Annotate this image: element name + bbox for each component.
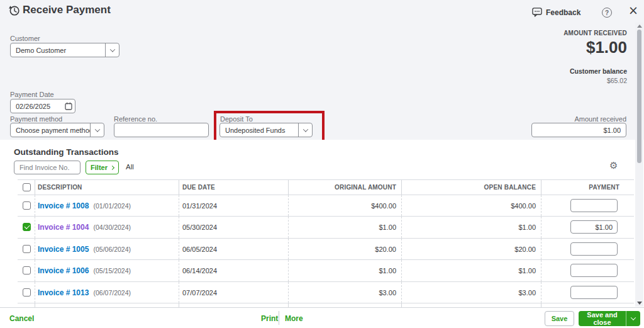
payment-input[interactable] xyxy=(570,242,618,256)
save-button[interactable]: Save xyxy=(545,311,574,326)
customer-select[interactable]: Demo Customer xyxy=(10,43,119,57)
original-amount-cell: $400.00 xyxy=(288,202,396,210)
column-header-open-balance: OPEN BALANCE xyxy=(401,184,536,191)
history-clock-icon xyxy=(8,4,20,16)
table-row: Invoice # 1004 (04/30/2024) 05/30/2024 $… xyxy=(18,217,634,238)
column-header-description: DESCRIPTION xyxy=(38,184,82,191)
deposit-to-value: Undeposited Funds xyxy=(220,127,298,134)
column-header-due-date: DUE DATE xyxy=(182,184,215,191)
cancel-button[interactable]: Cancel xyxy=(9,314,34,323)
chevron-down-icon xyxy=(631,315,636,320)
invoice-date: (04/30/2024) xyxy=(93,223,131,231)
payment-method-select[interactable]: Choose payment method xyxy=(10,123,104,137)
close-icon[interactable]: × xyxy=(628,3,638,17)
footer-divider xyxy=(279,311,279,325)
more-button[interactable]: More xyxy=(285,314,303,323)
save-options-dropdown[interactable] xyxy=(626,311,640,326)
deposit-to-select[interactable]: Undeposited Funds xyxy=(219,123,313,137)
open-balance-cell: $1.00 xyxy=(401,223,536,231)
open-balance-cell: $1.00 xyxy=(401,267,536,274)
original-amount-cell: $1.00 xyxy=(288,223,396,231)
payment-method-value: Choose payment method xyxy=(11,127,90,134)
customer-select-value: Demo Customer xyxy=(11,47,105,54)
customer-balance-value: $65.02 xyxy=(564,77,627,84)
calendar-icon[interactable] xyxy=(65,102,72,110)
due-date-cell: 07/07/2024 xyxy=(182,289,217,297)
payment-input[interactable] xyxy=(570,286,618,299)
section-title: Outstanding Transactions xyxy=(14,147,119,157)
chevron-down-icon xyxy=(90,123,104,137)
filter-scope-label: All xyxy=(126,163,134,171)
payment-input[interactable] xyxy=(570,264,618,277)
save-and-close-label: Save and close xyxy=(579,311,626,326)
reference-input[interactable] xyxy=(114,123,209,137)
table-row: Invoice # 1013 (06/07/2024) 07/07/2024 $… xyxy=(18,282,634,303)
filter-button[interactable]: Filter xyxy=(86,161,119,174)
open-balance-cell: $3.00 xyxy=(401,289,536,297)
original-amount-cell: $20.00 xyxy=(288,246,396,253)
scroll-up-arrow-icon[interactable] xyxy=(637,25,642,28)
page-title: Receive Payment xyxy=(23,4,111,16)
invoice-link[interactable]: Invoice # 1008 xyxy=(38,201,89,210)
amount-received-total: $1.00 xyxy=(564,38,627,57)
scrollbar-thumb[interactable] xyxy=(637,30,641,163)
table-body: Invoice # 1008 (01/01/2024) 01/31/2024 $… xyxy=(18,195,634,303)
select-all-checkbox[interactable] xyxy=(23,183,31,191)
description-cell: Invoice # 1006 (05/15/2024) xyxy=(38,266,131,275)
footer-bar: Cancel Print More Save Save and close xyxy=(0,307,644,328)
table-row: Invoice # 1005 (05/06/2024) 06/05/2024 $… xyxy=(18,239,634,260)
row-checkbox[interactable] xyxy=(23,201,31,210)
column-header-payment: PAYMENT xyxy=(541,184,619,191)
row-checkbox[interactable] xyxy=(23,266,31,274)
deposit-to-label: Deposit To xyxy=(220,115,253,123)
row-checkbox[interactable] xyxy=(23,245,31,253)
scroll-down-arrow-icon[interactable] xyxy=(637,302,642,305)
invoice-date: (01/01/2024) xyxy=(93,202,131,210)
description-cell: Invoice # 1004 (04/30/2024) xyxy=(38,223,131,232)
row-checkbox[interactable] xyxy=(23,288,31,297)
due-date-cell: 06/14/2024 xyxy=(182,267,217,274)
feedback-button[interactable]: Feedback xyxy=(532,8,580,17)
chevron-down-icon xyxy=(298,123,312,137)
payment-input[interactable] xyxy=(570,220,618,234)
amount-received-label: Amount received xyxy=(574,115,626,123)
find-invoice-input[interactable] xyxy=(14,161,80,174)
invoice-date: (06/07/2024) xyxy=(93,289,131,297)
original-amount-cell: $3.00 xyxy=(288,289,396,297)
payment-input[interactable] xyxy=(570,199,618,212)
row-checkbox[interactable] xyxy=(23,223,31,231)
table-row: Invoice # 1006 (05/15/2024) 06/14/2024 $… xyxy=(18,260,634,281)
customer-label: Customer xyxy=(10,35,40,42)
description-cell: Invoice # 1005 (05/06/2024) xyxy=(38,245,131,254)
due-date-cell: 01/31/2024 xyxy=(182,202,217,210)
vertical-scrollbar[interactable] xyxy=(635,23,643,307)
chevron-down-icon xyxy=(105,43,119,57)
amount-received-input[interactable] xyxy=(531,123,626,137)
speech-bubble-icon xyxy=(532,8,542,17)
invoice-link[interactable]: Invoice # 1004 xyxy=(38,223,89,232)
save-and-close-button[interactable]: Save and close xyxy=(579,311,640,326)
description-cell: Invoice # 1008 (01/01/2024) xyxy=(38,201,131,210)
payment-date-label: Payment Date xyxy=(10,91,54,98)
table-row: Invoice # 1008 (01/01/2024) 01/31/2024 $… xyxy=(18,195,634,217)
invoice-link[interactable]: Invoice # 1005 xyxy=(38,245,89,254)
receive-payment-panel: Receive Payment Feedback ? × Customer De… xyxy=(0,0,644,140)
payment-summary: AMOUNT RECEIVED $1.00 Customer balance $… xyxy=(564,30,627,84)
customer-balance-label: Customer balance xyxy=(564,67,627,75)
column-header-original-amount: ORIGINAL AMOUNT xyxy=(288,184,396,191)
help-icon[interactable]: ? xyxy=(602,8,612,18)
filter-button-label: Filter xyxy=(91,164,108,171)
invoice-link[interactable]: Invoice # 1006 xyxy=(38,266,89,275)
table-header: DESCRIPTION DUE DATE ORIGINAL AMOUNT OPE… xyxy=(18,179,634,195)
feedback-label: Feedback xyxy=(546,8,580,17)
outstanding-transactions-section: Outstanding Transactions Filter All ⚙ DE… xyxy=(0,140,644,307)
gear-icon[interactable]: ⚙ xyxy=(609,160,618,171)
invoice-link[interactable]: Invoice # 1013 xyxy=(38,288,89,297)
transactions-table: DESCRIPTION DUE DATE ORIGINAL AMOUNT OPE… xyxy=(18,179,634,307)
print-button[interactable]: Print xyxy=(261,314,278,323)
due-date-cell: 05/30/2024 xyxy=(182,223,217,231)
invoice-date: (05/15/2024) xyxy=(93,267,131,274)
invoice-date: (05/06/2024) xyxy=(93,246,131,253)
description-cell: Invoice # 1013 (06/07/2024) xyxy=(38,288,131,297)
chevron-right-icon xyxy=(110,166,114,170)
